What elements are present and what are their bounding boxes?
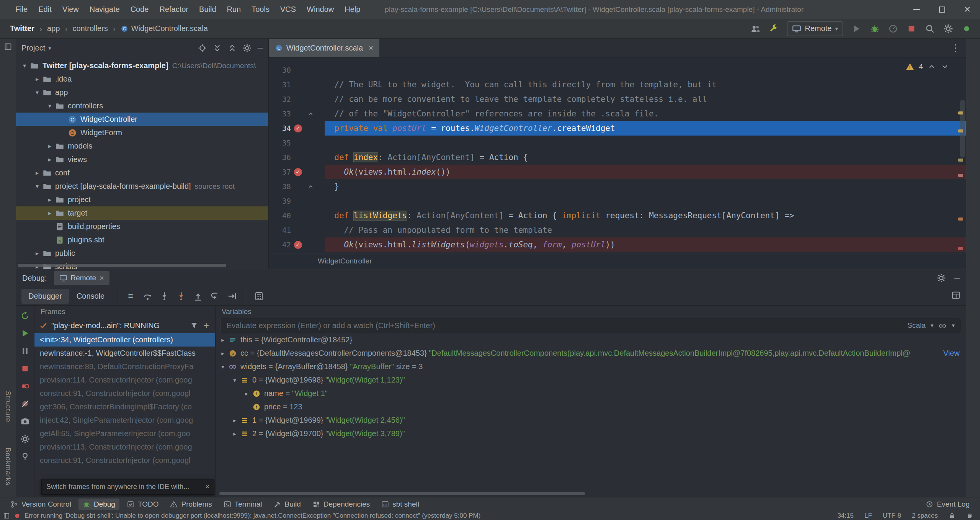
close-icon[interactable]: × (205, 483, 209, 491)
menu-item-tools[interactable]: Tools (246, 5, 275, 14)
maximize-button[interactable] (929, 0, 955, 19)
stripe-mark[interactable] (958, 174, 963, 177)
locate-file-icon[interactable] (198, 44, 207, 52)
frame-row[interactable]: <init>:34, WidgetController (controllers… (34, 333, 215, 347)
mute-breakpoints-icon[interactable] (20, 399, 30, 409)
tree-right-arrow-icon[interactable]: ▸ (44, 196, 55, 203)
tree-down-arrow-icon[interactable]: ▾ (32, 89, 42, 96)
code-line-40[interactable]: 40 def listWidgets: Action[AnyContent] =… (269, 208, 966, 223)
minimize-button[interactable] (904, 0, 929, 19)
tree-right-arrow-icon[interactable]: ▸ (32, 250, 42, 257)
tool-window-tab-debug[interactable]: Debug (78, 499, 119, 510)
menu-item-navigate[interactable]: Navigate (84, 5, 125, 14)
rerun-icon[interactable] (20, 311, 30, 321)
menu-item-help[interactable]: Help (339, 5, 366, 14)
search-everywhere-button[interactable] (922, 21, 938, 36)
menu-item-view[interactable]: View (57, 5, 84, 14)
tree-down-arrow-icon[interactable]: ▾ (32, 183, 42, 190)
variables-hscrollbar[interactable] (219, 492, 585, 495)
frame-row[interactable]: newInstance:-1, WidgetController$$FastCl… (34, 347, 215, 360)
editor-scrollbar[interactable] (960, 100, 965, 157)
stop-button[interactable] (903, 21, 920, 36)
tree-item-twitter-play-scala-forms-example[interactable]: ▾Twitter [play-scala-forms-example]C:\Us… (16, 59, 268, 72)
pause-icon[interactable] (20, 346, 30, 356)
run-button[interactable] (848, 21, 864, 36)
code-line-39[interactable]: 39 (269, 194, 966, 208)
breakpoint-icon[interactable]: ✓ (291, 241, 305, 249)
run-to-cursor-icon[interactable] (224, 289, 240, 303)
tab-widgetcontroller-scala[interactable]: C WidgetController.scala × (269, 39, 379, 57)
var-right-arrow-icon[interactable]: ▸ (230, 430, 240, 437)
code-line-41[interactable]: 41 // Pass an unpopulated form to the te… (269, 223, 966, 237)
code-line-34[interactable]: 34✓ private val postUrl = routes.WidgetC… (269, 121, 966, 136)
tree-item-public[interactable]: ▸public (16, 247, 268, 260)
tab-console[interactable]: Console (70, 289, 111, 304)
layout-settings-icon[interactable] (951, 291, 960, 300)
watches-icon[interactable] (938, 321, 947, 330)
breakpoint-icon[interactable]: ✓ (291, 124, 305, 132)
setup-sdk-button[interactable] (766, 21, 782, 36)
thread-selector[interactable]: "play-dev-mod...ain": RUNNING + (34, 318, 215, 333)
collapse-all-icon[interactable] (228, 44, 237, 52)
project-hscrollbar[interactable] (18, 264, 226, 267)
breadcrumb-item-widgetcontroller-scala[interactable]: CWidgetController.scala (121, 24, 208, 33)
show-execution-point-icon[interactable]: ≡ (122, 289, 139, 303)
code-line-38[interactable]: 38 } (269, 179, 966, 194)
tree-item-plugins-sbt[interactable]: splugins.sbt (16, 233, 268, 247)
readonly-lock-icon[interactable] (949, 512, 956, 519)
view-link[interactable]: View (937, 349, 966, 358)
expand-all-icon[interactable] (213, 44, 222, 52)
force-step-into-icon[interactable] (173, 289, 189, 303)
tool-window-tab-problems[interactable]: Problems (166, 499, 216, 510)
editor-breadcrumb[interactable]: WidgetController (318, 257, 372, 265)
breakpoint-dot-icon[interactable]: ✓ (294, 168, 302, 176)
code-line-35[interactable]: 35 (269, 136, 966, 150)
resume-icon[interactable] (20, 329, 30, 338)
code-line-30[interactable]: 30 (269, 63, 966, 77)
users-button[interactable] (747, 21, 763, 36)
frame-row[interactable]: provision:114, ConstructorInjector (com.… (34, 373, 215, 387)
code-line-37[interactable]: 37✓ Ok(views.html.index()) (269, 165, 966, 179)
menu-item-build[interactable]: Build (194, 5, 221, 14)
variable-row-widgets[interactable]: ▾widgets = {ArrayBuffer@18458} "ArrayBuf… (216, 360, 966, 373)
tree-right-arrow-icon[interactable]: ▸ (44, 156, 55, 163)
menu-item-window[interactable]: Window (301, 5, 339, 14)
gear-icon[interactable] (243, 44, 252, 52)
chevron-down-icon[interactable]: ▾ (952, 322, 955, 329)
var-down-arrow-icon[interactable]: ▾ (218, 363, 228, 370)
gear-icon[interactable] (937, 273, 946, 283)
tool-window-tab-version-control[interactable]: Version Control (6, 499, 75, 510)
menu-item-edit[interactable]: Edit (33, 5, 57, 14)
var-right-arrow-icon[interactable]: ▸ (242, 390, 252, 397)
tree-right-arrow-icon[interactable]: ▸ (32, 75, 42, 83)
variable-row-2[interactable]: ▸2 = {Widget@19700} "Widget(Widget 3,789… (216, 427, 966, 440)
project-stripe-icon[interactable] (4, 43, 12, 51)
fold-marker-icon[interactable] (305, 183, 316, 190)
next-warning-icon[interactable] (941, 62, 949, 71)
tree-right-arrow-icon[interactable]: ▸ (44, 142, 55, 150)
inspections-icon[interactable] (966, 512, 973, 519)
tree-item-target[interactable]: ▸target (16, 206, 268, 220)
tree-item-idea[interactable]: ▸.idea (16, 72, 268, 86)
close-icon[interactable]: × (100, 274, 104, 283)
debug-button[interactable] (867, 21, 883, 36)
tree-item-project[interactable]: ▸project (16, 193, 268, 206)
tree-right-arrow-icon[interactable]: ▸ (32, 169, 42, 177)
indent-style[interactable]: 2 spaces (912, 512, 938, 520)
tab-options-icon[interactable]: ⋮ (951, 42, 960, 54)
breakpoint-icon[interactable]: ✓ (291, 168, 305, 176)
code-line-36[interactable]: 36 def index: Action[AnyContent] = Actio… (269, 150, 966, 165)
code-line-31[interactable]: 31 // The URL to the widget. You can cal… (269, 77, 966, 92)
settings-button[interactable] (940, 21, 956, 36)
tree-item-project-play-scala-forms-example-build[interactable]: ▾project [play-scala-forms-example-build… (16, 180, 268, 193)
tree-item-models[interactable]: ▸models (16, 139, 268, 153)
variable-row-1[interactable]: ▸1 = {Widget@19699} "Widget(Widget 2,456… (216, 414, 966, 427)
gear-icon[interactable] (20, 434, 30, 444)
stop-icon[interactable] (20, 364, 30, 373)
close-button[interactable]: ✕ (955, 0, 980, 19)
hide-panel-icon[interactable]: ─ (954, 274, 960, 283)
profiler-button[interactable] (885, 21, 901, 36)
tool-window-tab-terminal[interactable]: Terminal (219, 499, 266, 510)
variable-row-price[interactable]: fprice = 123 (216, 400, 966, 414)
frame-row[interactable]: provision:113, ConstructorInjector (com.… (34, 440, 215, 454)
